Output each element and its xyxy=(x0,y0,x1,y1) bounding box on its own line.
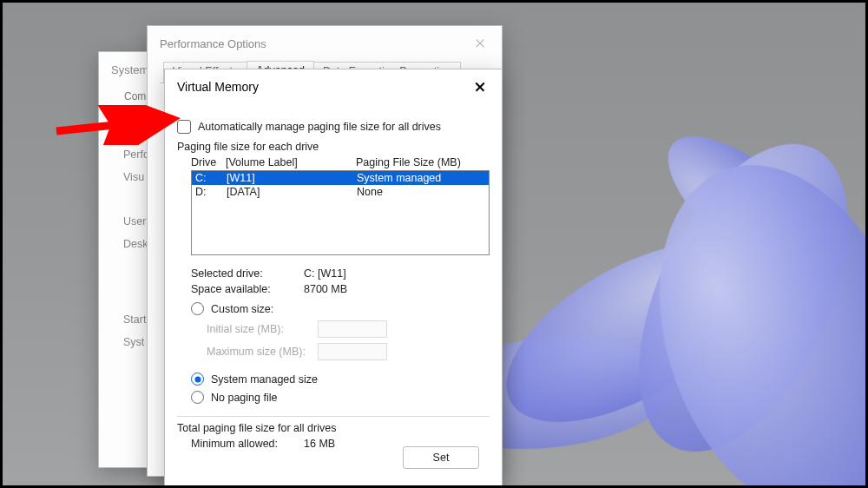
min-allowed-label: Minimum allowed: xyxy=(191,438,304,450)
drive-row-d[interactable]: D: [DATA] None xyxy=(192,185,489,199)
window-title: Virtual Memory xyxy=(177,80,259,94)
initial-size-label: Initial size (MB): xyxy=(207,323,311,335)
maximum-size-input[interactable] xyxy=(318,343,387,360)
custom-size-radio[interactable] xyxy=(191,302,204,315)
auto-manage-checkbox[interactable] xyxy=(177,120,191,134)
header-pfsize: Paging File Size (MB) xyxy=(356,156,490,168)
space-available-value: 8700 MB xyxy=(304,283,490,295)
selected-drive-value: C: [W11] xyxy=(304,267,490,280)
virtual-memory-dialog: Virtual Memory Automatically manage pagi… xyxy=(164,69,503,488)
initial-size-input[interactable] xyxy=(318,320,387,338)
system-managed-label: System managed size xyxy=(211,373,318,386)
header-drive: Drive xyxy=(191,156,226,168)
group-each-drive: Paging file size for each drive xyxy=(177,141,502,153)
close-icon[interactable] xyxy=(467,74,493,100)
custom-size-label: Custom size: xyxy=(211,303,273,315)
space-available-label: Space available: xyxy=(191,283,304,295)
group-total: Total paging file size for all drives xyxy=(177,422,502,434)
selected-drive-label: Selected drive: xyxy=(191,267,304,280)
separator xyxy=(177,416,490,417)
close-icon[interactable] xyxy=(467,30,493,56)
drive-row-c[interactable]: C: [W11] System managed xyxy=(192,171,489,185)
auto-manage-label: Automatically manage paging file size fo… xyxy=(198,121,441,133)
maximum-size-label: Maximum size (MB): xyxy=(207,346,311,358)
no-paging-radio[interactable] xyxy=(191,391,204,404)
set-button[interactable]: Set xyxy=(403,446,479,469)
window-title: Performance Options xyxy=(160,37,266,50)
drive-listbox[interactable]: C: [W11] System managed D: [DATA] None xyxy=(191,170,490,255)
header-volume: [Volume Label] xyxy=(226,156,356,168)
no-paging-label: No paging file xyxy=(211,392,277,404)
system-managed-radio[interactable] xyxy=(191,373,204,386)
drive-list-header: Drive [Volume Label] Paging File Size (M… xyxy=(191,156,490,168)
